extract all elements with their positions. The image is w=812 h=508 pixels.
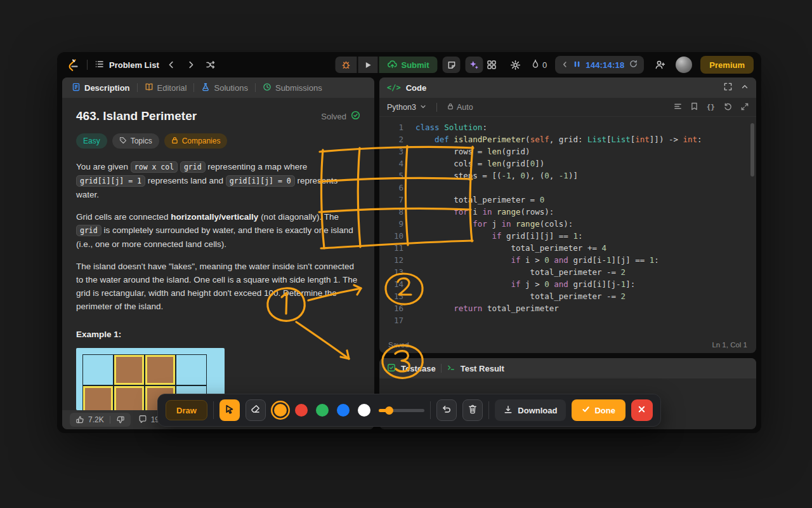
select-tool-button[interactable] <box>219 399 240 421</box>
topics-label: Topics <box>131 137 152 145</box>
ai-sparkles-icon[interactable] <box>466 57 483 73</box>
draw-toolbar: Draw Download <box>157 394 661 427</box>
layout-grid-icon[interactable] <box>484 57 499 73</box>
color-swatch[interactable] <box>337 404 350 417</box>
difficulty-badge[interactable]: Easy <box>76 133 107 149</box>
session-timer[interactable]: 144:14:18 <box>555 56 644 74</box>
tab-testcase[interactable]: Testcase <box>387 363 436 374</box>
color-swatch[interactable] <box>295 404 308 417</box>
tab-testcase-label: Testcase <box>401 364 436 373</box>
topics-badge[interactable]: Topics <box>112 133 159 149</box>
tab-description[interactable]: Description <box>70 83 132 93</box>
run-button[interactable] <box>358 57 377 73</box>
format-lines-icon[interactable] <box>674 102 682 113</box>
tab-solutions[interactable]: Solutions <box>199 83 249 93</box>
code-line: 7 total_perimeter = 0 <box>379 194 756 206</box>
language-selector[interactable]: Python3 <box>387 103 426 112</box>
tab-submissions[interactable]: Submissions <box>261 83 324 93</box>
color-swatch[interactable] <box>274 404 287 417</box>
code-editor[interactable]: 1class Solution:2 def islandPerimeter(se… <box>379 117 756 337</box>
fullscreen-icon[interactable] <box>724 82 732 93</box>
stroke-width-slider[interactable] <box>379 399 424 421</box>
editor-scrollbar[interactable] <box>750 123 754 177</box>
prev-question-button[interactable] <box>164 57 179 73</box>
color-swatch[interactable] <box>316 404 329 417</box>
code-line: 6 <box>379 182 756 194</box>
slider-thumb[interactable] <box>385 406 393 415</box>
color-swatch[interactable] <box>358 404 370 417</box>
divider <box>255 83 256 92</box>
code-line: 2 def islandPerimeter(self, grid: List[L… <box>379 133 756 145</box>
braces-icon[interactable]: {} <box>707 103 715 111</box>
reset-timer-icon[interactable] <box>629 59 638 70</box>
close-draw-button[interactable] <box>631 399 653 421</box>
gear-icon[interactable] <box>508 57 523 73</box>
streak-counter[interactable]: 0 <box>531 59 547 71</box>
document-icon <box>72 83 81 93</box>
auto-save-toggle[interactable]: Auto <box>447 103 473 112</box>
draw-mode-button[interactable]: Draw <box>166 400 207 420</box>
tab-editorial[interactable]: Editorial <box>143 83 189 93</box>
download-button[interactable]: Download <box>495 399 566 421</box>
timer-value: 144:14:18 <box>586 60 624 70</box>
water-cell <box>176 354 207 385</box>
testcase-tabbar: Testcase Test Result <box>379 358 756 378</box>
code-header: </> Code <box>379 77 756 98</box>
solved-status: Solved <box>321 110 360 122</box>
divider <box>436 103 437 112</box>
premium-label: Premium <box>709 60 745 70</box>
shuffle-icon[interactable] <box>203 57 218 73</box>
pause-icon[interactable] <box>573 59 580 70</box>
divider <box>488 401 489 419</box>
undo-button[interactable] <box>436 399 457 421</box>
cursor-icon <box>224 404 235 417</box>
collapse-timer-icon <box>561 59 568 70</box>
description-tabbar: Description Editorial Solutions <box>62 77 374 98</box>
leetcode-logo[interactable] <box>65 57 80 73</box>
cursor-position: Ln 1, Col 1 <box>712 341 747 349</box>
thumbs-up-icon[interactable]: 7.2K <box>75 415 104 424</box>
invite-user-icon[interactable] <box>652 57 667 73</box>
code-panel: </> Code Python3 <box>379 77 756 353</box>
companies-badge[interactable]: Companies <box>164 133 228 149</box>
chevron-down-icon <box>420 103 426 112</box>
checkbox-check-icon <box>387 363 396 374</box>
divider <box>110 416 110 424</box>
submit-button[interactable]: Submit <box>379 57 437 73</box>
terminal-icon <box>447 363 455 374</box>
description-paragraph: Grid cells are connected horizontally/ve… <box>76 210 360 251</box>
divider <box>87 60 88 70</box>
divider <box>193 83 194 92</box>
reset-code-icon[interactable] <box>724 102 732 113</box>
divider <box>137 83 138 92</box>
thumbs-down-icon[interactable] <box>116 415 125 424</box>
expand-editor-icon[interactable] <box>741 102 749 113</box>
download-label: Download <box>518 406 557 415</box>
collapse-panel-icon[interactable] <box>741 82 749 93</box>
code-lines: 1class Solution:2 def islandPerimeter(se… <box>379 121 756 326</box>
description-content: 463. Island Perimeter Solved Easy Topics <box>62 98 374 410</box>
problem-list-button[interactable]: Problem List <box>95 59 159 71</box>
land-cell <box>114 354 145 385</box>
tab-test-result-label: Test Result <box>461 364 504 373</box>
next-question-button[interactable] <box>183 57 199 73</box>
done-button[interactable]: Done <box>572 399 625 421</box>
close-icon <box>638 404 646 416</box>
example-label: Example 1: <box>76 330 360 339</box>
code-line: 15 total_perimeter -= 2 <box>379 290 756 302</box>
bookmark-icon[interactable] <box>691 102 698 113</box>
clear-all-button[interactable] <box>462 399 483 421</box>
land-cell <box>114 385 145 410</box>
code-line: 11 total_perimeter += 4 <box>379 242 756 254</box>
notes-icon[interactable] <box>443 57 461 73</box>
avatar[interactable] <box>676 57 692 73</box>
code-line: 10 if grid[i][j] == 1: <box>379 230 756 242</box>
eraser-tool-button[interactable] <box>246 399 266 421</box>
code-line: 14 if j > 0 and grid[i][j-1]: <box>379 278 756 290</box>
tab-test-result[interactable]: Test Result <box>447 363 504 374</box>
premium-button[interactable]: Premium <box>700 56 754 74</box>
debug-button[interactable] <box>335 57 357 73</box>
flame-icon <box>531 59 540 71</box>
description-paragraph: The island doesn't have "lakes", meaning… <box>76 260 360 313</box>
divider <box>213 401 214 419</box>
